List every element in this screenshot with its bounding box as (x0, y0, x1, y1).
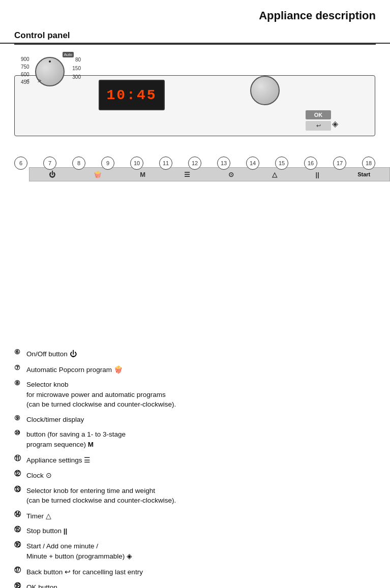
popcorn-icon: 🍿 (94, 171, 102, 178)
panel-rectangle: 900 750 600 450 80 150 300 Auto 10:45 < … (14, 75, 375, 136)
num-14: 14 (246, 157, 259, 170)
m-bold: M (88, 441, 94, 448)
settings-icon: ☰ (184, 171, 190, 178)
display-value: 10:45 (106, 87, 157, 103)
desc-text-10: button (for saving a 1- to 3-stage progr… (26, 429, 376, 449)
clock-symbol: ⊙ (46, 471, 52, 479)
desc-num-7: ⑦ (14, 363, 26, 373)
desc-item-14: ⑭ Timer △ (14, 511, 376, 521)
clock-icon: ⊙ (228, 171, 234, 178)
num-13: 13 (217, 157, 230, 170)
num-16: 16 (304, 157, 317, 170)
desc-item-7: ⑦ Automatic Popcorn program 🍿 (14, 364, 376, 375)
popcorn-symbol: 🍿 (114, 365, 123, 374)
num-15: 15 (275, 157, 288, 170)
section-title: Control panel (0, 25, 390, 44)
desc-item-6: ⑥ On/Off button ⏻ (14, 349, 376, 359)
desc-item-15: ⑮ Stop button || (14, 526, 376, 536)
diamond-icon: ◈ (332, 119, 338, 129)
desc-num-18: ⑱ (14, 581, 26, 588)
m-button-label: M (140, 171, 145, 178)
desc-sub-16: Minute + button (programmable) ◈ (26, 551, 376, 562)
stop-bold: || (64, 527, 68, 535)
stop-icon: || (316, 171, 319, 178)
desc-text-7: Automatic Popcorn program 🍿 (26, 364, 376, 375)
num-6: 6 (14, 157, 27, 170)
desc-text-11: Appliance settings ☰ (26, 455, 376, 466)
diagram-area: 900 750 600 450 80 150 300 Auto 10:45 < … (0, 45, 390, 207)
num-7: 7 (43, 157, 56, 170)
desc-item-13: ⑬ Selector knob for entering time and we… (14, 486, 376, 506)
page-title: Appliance description (0, 0, 390, 25)
desc-num-6: ⑥ (14, 348, 26, 357)
num-11: 11 (159, 157, 172, 170)
desc-item-12: ⑫ Clock ⊙ (14, 470, 376, 481)
desc-num-12: ⑫ (14, 469, 26, 479)
description-list: ⑥ On/Off button ⏻ ⑦ Automatic Popcorn pr… (0, 345, 390, 588)
start-label: Start (357, 171, 370, 177)
desc-num-8: ⑧ (14, 379, 26, 388)
desc-num-15: ⑮ (14, 525, 26, 535)
desc-text-8: Selector knob for microwave power and au… (26, 380, 376, 410)
desc-text-13: Selector knob for entering time and weig… (26, 486, 376, 506)
desc-sub-13: (can be turned clockwise and counter-clo… (26, 496, 376, 506)
num-17: 17 (333, 157, 346, 170)
desc-text-17: Back button ↩ for cancelling last entry (26, 567, 376, 577)
timer-symbol: △ (46, 512, 51, 520)
desc-num-14: ⑭ (14, 510, 26, 519)
right-knob-area (245, 71, 286, 111)
desc-item-9: ⑨ Clock/timer display (14, 415, 376, 425)
desc-text-18: OK button (26, 582, 376, 588)
clock-timer-display: 10:45 (99, 80, 165, 110)
power-symbol: ⏻ (70, 350, 77, 358)
timer-icon: △ (272, 171, 277, 178)
desc-item-8: ⑧ Selector knob for microwave power and … (14, 380, 376, 410)
knob-dot-indicator (49, 60, 51, 63)
desc-text-15: Stop button || (26, 526, 376, 536)
right-knob[interactable] (250, 76, 280, 105)
desc-text-12: Clock ⊙ (26, 470, 376, 481)
diamond-symbol-16: ◈ (127, 552, 132, 560)
back-button[interactable]: ↩ (306, 121, 331, 131)
desc-sub-10: program sequence) M (26, 440, 376, 450)
auto-badge: Auto (63, 52, 74, 57)
desc-text-16: Start / Add one minute / Minute + button… (26, 541, 376, 562)
desc-num-17: ⑰ (14, 566, 26, 575)
desc-num-11: ⑪ (14, 454, 26, 463)
desc-item-11: ⑪ Appliance settings ☰ (14, 455, 376, 466)
desc-num-9: ⑨ (14, 414, 26, 423)
num-18: 18 (362, 157, 375, 170)
desc-item-17: ⑰ Back button ↩ for cancelling last entr… (14, 567, 376, 577)
numbers-row: 6 7 8 9 10 11 12 13 14 15 16 17 18 (14, 157, 375, 170)
desc-text-9: Clock/timer display (26, 415, 376, 425)
desc-num-16: ⑯ (14, 540, 26, 550)
desc-num-10: ⑩ (14, 428, 26, 438)
left-knob-area: 900 750 600 450 80 150 300 Auto (21, 53, 77, 127)
ok-back-area: OK ↩ (306, 110, 346, 131)
desc-text-6: On/Off button ⏻ (26, 349, 376, 359)
ok-button[interactable]: OK (306, 110, 331, 119)
back-symbol: ↩ (65, 568, 71, 576)
desc-text-14: Timer △ (26, 511, 376, 521)
settings-symbol: ☰ (84, 456, 91, 464)
num-8: 8 (72, 157, 85, 170)
knob-left-scale-right: 80 150 300 (72, 55, 81, 81)
desc-item-16: ⑯ Start / Add one minute / Minute + butt… (14, 541, 376, 562)
desc-sub-8: for microwave power and automatic progra… (26, 390, 376, 410)
power-icon: ⏻ (49, 171, 55, 178)
desc-item-10: ⑩ button (for saving a 1- to 3-stage pro… (14, 429, 376, 449)
num-10: 10 (130, 157, 143, 170)
num-12: 12 (188, 157, 201, 170)
desc-item-18: ⑱ OK button (14, 582, 376, 588)
num-9: 9 (101, 157, 114, 170)
desc-num-13: ⑬ (14, 485, 26, 494)
nav-arrows: < > (15, 77, 55, 84)
